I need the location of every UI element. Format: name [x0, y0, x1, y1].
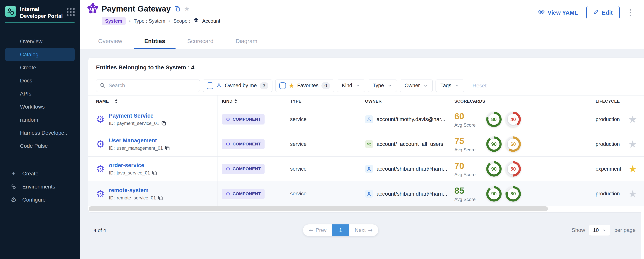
tab-entities[interactable]: Entities [142, 38, 167, 50]
app-switcher-icon[interactable] [67, 8, 75, 16]
owned-by-me-filter[interactable]: Owned by me 3 [203, 80, 272, 92]
page-number-button[interactable]: 1 [332, 224, 349, 236]
tags-dropdown[interactable]: Tags [436, 80, 464, 92]
person-icon [216, 82, 222, 89]
sidebar-bottom-divider [5, 162, 75, 162]
entity-id: ID:user_management_01 [109, 146, 170, 151]
entity-name-link[interactable]: order-service [109, 162, 144, 168]
sort-icon [234, 99, 237, 103]
favorite-star-icon[interactable]: ★ [628, 189, 637, 199]
content-area: Entities Belonging to the System : 4 [80, 50, 644, 259]
sidebar-nav: OverviewCatalogCreateDocsAPIsWorkflowsra… [0, 35, 80, 152]
type-label: Type : System [134, 18, 166, 24]
search-input[interactable] [108, 82, 196, 88]
sidebar-item-random[interactable]: random [5, 113, 75, 126]
sidebar-item-harness-develope-[interactable]: Harness Develope... [5, 126, 75, 140]
page-size-control: Show 10 per page [572, 224, 636, 236]
score-divider [480, 135, 480, 153]
sidebar-item-apis[interactable]: APIs [5, 87, 75, 100]
favorite-star-icon[interactable]: ★ [628, 114, 637, 124]
score-gauge: 40 [506, 112, 521, 127]
entity-name-link[interactable]: User Management [109, 138, 157, 144]
arrow-right-icon: → [368, 227, 372, 234]
next-page-button[interactable]: Next → [349, 224, 378, 236]
more-options-kebab-icon[interactable] [628, 8, 632, 18]
owned-by-me-checkbox[interactable] [207, 82, 213, 89]
favorite-star-icon[interactable]: ★ [628, 164, 637, 174]
component-kind-chip: ⚙ COMPONENT [222, 189, 264, 199]
sidebar-item-docs[interactable]: Docs [5, 74, 75, 87]
lifecycle-cell: production [596, 191, 621, 197]
chevron-down-icon [356, 84, 360, 88]
kind-cell: ⚙ COMPONENT [217, 189, 290, 199]
table-body: ⚙ Payment Service ID:payment_service_01 … [88, 107, 644, 206]
reset-filters-button[interactable]: Reset [472, 82, 486, 89]
prev-page-button[interactable]: ← Prev [303, 224, 332, 236]
component-kind-chip: ⚙ COMPONENT [222, 139, 264, 149]
gear-icon: ⚙ [226, 166, 230, 172]
name-cell: ⚙ order-service ID:java_service_01 [88, 162, 217, 176]
favorite-title-star-icon[interactable]: ★ [184, 6, 190, 12]
page-size-select[interactable]: 10 [589, 224, 610, 236]
copy-id-icon[interactable] [158, 196, 163, 200]
entity-gear-icon: ⚙ [96, 114, 105, 124]
entities-card: Entities Belonging to the System : 4 [88, 58, 644, 212]
name-column-divider [217, 96, 218, 206]
entity-gear-icon: ⚙ [96, 164, 105, 174]
copy-id-icon[interactable] [165, 146, 170, 151]
sidebar-item-workflows[interactable]: Workflows [5, 100, 75, 113]
kind-dropdown[interactable]: Kind [337, 80, 365, 92]
score-gauge: 90 [486, 136, 502, 152]
component-kind-chip: ⚙ COMPONENT [222, 164, 264, 174]
sidebar-item-create[interactable]: + Create [0, 167, 80, 180]
type-dropdown[interactable]: Type [368, 80, 397, 92]
portal-title: Internal Developer Portal [20, 6, 63, 20]
result-count: 4 of 4 [94, 228, 106, 234]
column-header-name[interactable]: NAME [88, 99, 217, 104]
sidebar-item-environments[interactable]: Environments [0, 180, 80, 193]
column-header-type: TYPE [290, 99, 365, 104]
favorites-filter[interactable]: ★ Favorites 0 [275, 80, 334, 92]
favorite-star-icon[interactable]: ★ [628, 139, 637, 149]
avg-score: 70 Avg Score [454, 161, 480, 177]
sidebar-accent-divider [5, 22, 75, 23]
tab-diagram[interactable]: Diagram [234, 38, 259, 50]
sidebar-item-catalog[interactable]: Catalog [5, 48, 75, 61]
favorite-cell: ★ [621, 156, 644, 181]
tab-overview[interactable]: Overview [96, 38, 124, 50]
owner-dropdown[interactable]: Owner [400, 80, 433, 92]
entity-gear-icon: ⚙ [96, 189, 105, 199]
avg-score: 60 Avg Score [454, 111, 480, 128]
scorecards-cell: 85 Avg Score 9080 [454, 185, 596, 203]
page-scrollbar-gutter[interactable] [641, 212, 644, 259]
component-kind-chip: ⚙ COMPONENT [222, 114, 264, 124]
copy-id-icon[interactable] [152, 170, 157, 176]
copy-id-icon[interactable] [161, 121, 166, 126]
column-header-kind[interactable]: KIND [217, 99, 290, 104]
owner-group-icon [365, 140, 373, 148]
sidebar-item-create[interactable]: Create [5, 61, 75, 74]
copy-title-icon[interactable] [174, 6, 180, 12]
pencil-icon [593, 9, 599, 16]
score-gauges: 9080 [486, 186, 521, 202]
name-cell: ⚙ User Management ID:user_management_01 [88, 138, 217, 151]
edit-button[interactable]: Edit [586, 6, 620, 20]
entity-name-link[interactable]: Payment Service [109, 112, 154, 119]
arrow-left-icon: ← [309, 227, 313, 234]
sidebar-item-code-pulse[interactable]: Code Pulse [5, 140, 75, 152]
owner-user-icon [365, 190, 373, 198]
scorecards-cell: 70 Avg Score 9050 [454, 160, 596, 178]
lifecycle-cell: experimental [596, 166, 621, 172]
tab-scorecard[interactable]: Scorecard [185, 38, 215, 50]
favorites-checkbox[interactable] [279, 82, 286, 89]
lifecycle-cell: production [596, 116, 621, 122]
lifecycle-cell: production [596, 141, 621, 147]
entity-name-link[interactable]: remote-system [109, 187, 148, 193]
view-yaml-button[interactable]: View YAML [538, 8, 578, 17]
sidebar-item-overview[interactable]: Overview [5, 35, 75, 48]
sidebar-item-configure[interactable]: ⚙ Configure [0, 193, 80, 206]
score-divider [480, 160, 480, 178]
owner-user-icon [365, 165, 373, 173]
horizontal-scrollbar[interactable] [89, 206, 548, 211]
search-box [96, 80, 200, 92]
